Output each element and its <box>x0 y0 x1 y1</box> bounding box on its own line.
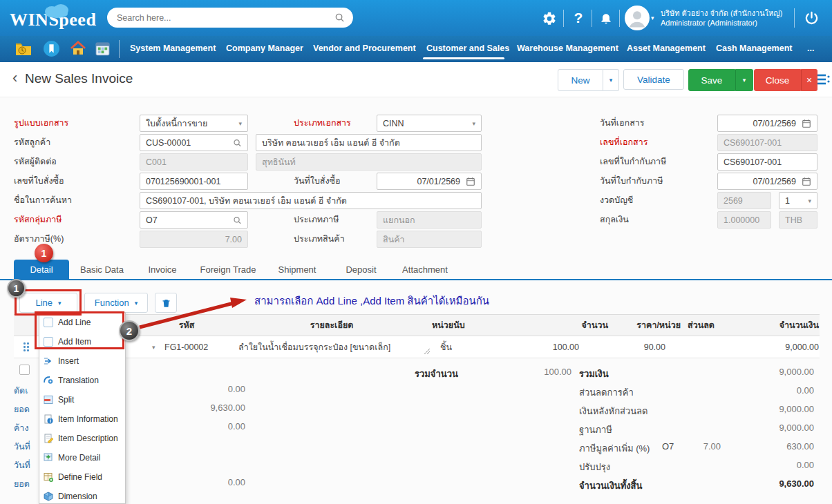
notifications-button[interactable] <box>597 9 615 27</box>
bookmark-button[interactable] <box>43 40 60 57</box>
doc-type-select[interactable]: CINN▾ <box>377 115 482 132</box>
left-summary-label[interactable]: ยอด <box>14 477 30 491</box>
cell-qty[interactable]: 100.00 <box>484 336 579 358</box>
calendar-icon[interactable] <box>466 177 475 186</box>
period-no-select[interactable]: 1▾ <box>779 192 817 209</box>
cell-unit[interactable]: ชิ้น <box>440 336 452 358</box>
chevron-down-icon[interactable]: ▾ <box>651 14 654 21</box>
tab-shipment[interactable]: Shipment <box>266 260 328 279</box>
menu-item-split[interactable]: Split <box>39 390 125 409</box>
layout-menu-button[interactable] <box>817 72 831 87</box>
cell-description[interactable]: ลำใยในน้ำเชื่อมบรรจุกระป๋อง [ขนาดเล็ก] <box>238 336 422 358</box>
left-summary-label[interactable]: ยอด <box>14 403 30 416</box>
chevron-down-icon: ▾ <box>808 197 811 204</box>
header-divider <box>794 8 795 28</box>
tab-attachment[interactable]: Attachment <box>390 260 460 279</box>
col-header-qty[interactable]: จำนวน <box>525 314 608 336</box>
search-icon[interactable] <box>233 215 242 225</box>
close-button[interactable]: Close <box>754 69 801 91</box>
col-header-description[interactable]: รายละเอียด <box>235 314 428 336</box>
validate-button[interactable]: Validate <box>623 69 684 90</box>
nav-item-asset-management[interactable]: Asset Management <box>627 43 706 53</box>
back-icon[interactable]: ‹ <box>12 69 17 87</box>
row-expand-icon[interactable]: ▾ <box>152 344 155 351</box>
po-no-field[interactable] <box>140 173 248 190</box>
customer-name-field[interactable] <box>256 134 482 151</box>
summary-label-total: รวมเงิน <box>579 367 609 381</box>
logout-button[interactable] <box>802 8 821 28</box>
cell-amount[interactable]: 9,000.00 <box>712 336 819 358</box>
menu-item-item-description[interactable]: Item Description <box>39 429 125 448</box>
search-icon[interactable] <box>233 138 242 148</box>
summary-label-trade-discount: ส่วนลดการค้า <box>579 385 634 400</box>
user-info[interactable]: บริษัท ตัวอย่าง จำกัด (สำนักงานใหญ่) Adm… <box>661 8 792 28</box>
left-summary-label[interactable]: วันที่ <box>14 458 30 472</box>
customer-code-field[interactable] <box>140 134 248 151</box>
nav-item-customer-sales[interactable]: Customer and Sales <box>426 43 509 53</box>
search-name-field[interactable] <box>140 192 482 209</box>
home-button[interactable] <box>69 40 87 57</box>
tax-invoice-date-field[interactable]: 07/01/2569 <box>717 173 817 190</box>
tab-foreign-trade[interactable]: Foreign Trade <box>190 260 266 279</box>
nav-item-system-management[interactable]: System Management <box>130 43 216 53</box>
menu-item-dimension[interactable]: Dimension <box>39 487 125 504</box>
drag-handle-icon[interactable] <box>23 342 29 351</box>
field-label-item-type: ประเภทสินค้า <box>294 233 345 245</box>
tab-deposit[interactable]: Deposit <box>332 260 390 279</box>
po-date-field[interactable]: 07/01/2569 <box>377 173 482 190</box>
calendar-button[interactable] <box>94 41 111 57</box>
currency-rate-field: 1.000000 <box>717 211 771 229</box>
save-dropdown-button[interactable]: ▾ <box>735 69 753 91</box>
item-type-field: สินค้า <box>377 231 482 248</box>
tax-group-field[interactable] <box>140 211 248 229</box>
settings-button[interactable] <box>540 10 558 28</box>
menu-item-more-detail[interactable]: More Detail <box>39 448 125 467</box>
menu-item-item-information[interactable]: Item Information <box>39 409 125 429</box>
tab-basic-data[interactable]: Basic Data <box>69 260 135 279</box>
left-summary-label[interactable]: ตัดเ <box>14 384 28 398</box>
left-summary-label[interactable]: วันที่ <box>14 440 30 454</box>
menu-item-define-field[interactable]: Define Field <box>39 467 125 487</box>
cell-price[interactable]: 90.00 <box>594 336 665 358</box>
col-header-price[interactable]: ราคา/หน่วย <box>615 314 681 336</box>
tab-detail[interactable]: Detail <box>14 260 69 279</box>
search-icon[interactable] <box>334 12 345 23</box>
avatar-icon <box>625 6 650 30</box>
active-nav-underline <box>423 57 504 59</box>
history-button[interactable] <box>15 41 32 57</box>
annotation-note: สามารถเลือก Add Line ,Add Item สินค้าได้… <box>254 293 489 309</box>
summary-value-vat: 630.00 <box>719 441 814 452</box>
calendar-icon[interactable] <box>802 177 811 186</box>
more-detail-icon <box>44 453 53 463</box>
item-description-icon <box>44 434 53 443</box>
user-avatar[interactable] <box>625 6 650 30</box>
col-header-discount[interactable]: ส่วนลด <box>688 314 729 336</box>
search-input[interactable] <box>115 12 334 23</box>
col-header-amount[interactable]: จำนวนเงิน <box>726 314 819 336</box>
close-x-button[interactable]: × <box>801 69 817 91</box>
doc-format-select[interactable]: ใบตั้งหนี้การขาย▾ <box>140 115 248 132</box>
left-summary-label[interactable]: ค้าง <box>14 421 28 435</box>
new-dropdown-button[interactable]: ▾ <box>603 69 619 91</box>
menu-item-insert[interactable]: Insert <box>39 351 125 371</box>
tax-invoice-no-field[interactable] <box>717 153 817 171</box>
menu-item-translation[interactable]: Translation <box>39 371 125 390</box>
user-role: Administrator (Administrator) <box>661 18 792 28</box>
nav-item-more[interactable]: ... <box>807 43 814 53</box>
save-button[interactable]: Save <box>688 69 735 91</box>
nav-item-vendor-procurement[interactable]: Vendor and Procurement <box>313 43 416 53</box>
calendar-icon[interactable] <box>802 119 811 128</box>
nav-item-cash-management[interactable]: Cash Management <box>716 43 792 53</box>
doc-date-field[interactable]: 07/01/2569 <box>717 115 817 132</box>
new-button[interactable]: New <box>558 69 603 91</box>
tab-invoice[interactable]: Invoice <box>135 260 190 279</box>
nav-item-warehouse-management[interactable]: Warehouse Management <box>517 43 618 53</box>
col-header-unit[interactable]: หน่วยนับ <box>432 314 515 336</box>
select-all-checkbox[interactable] <box>19 365 30 375</box>
help-button[interactable]: ? <box>571 8 586 28</box>
global-search[interactable] <box>107 8 353 28</box>
currency-code-field: THB <box>779 211 817 229</box>
resize-handle-icon[interactable] <box>423 347 431 355</box>
field-label-tax-invoice-no: เลขที่ใบกำกับภาษี <box>600 156 666 168</box>
nav-item-company-manager[interactable]: Company Manager <box>226 43 303 53</box>
